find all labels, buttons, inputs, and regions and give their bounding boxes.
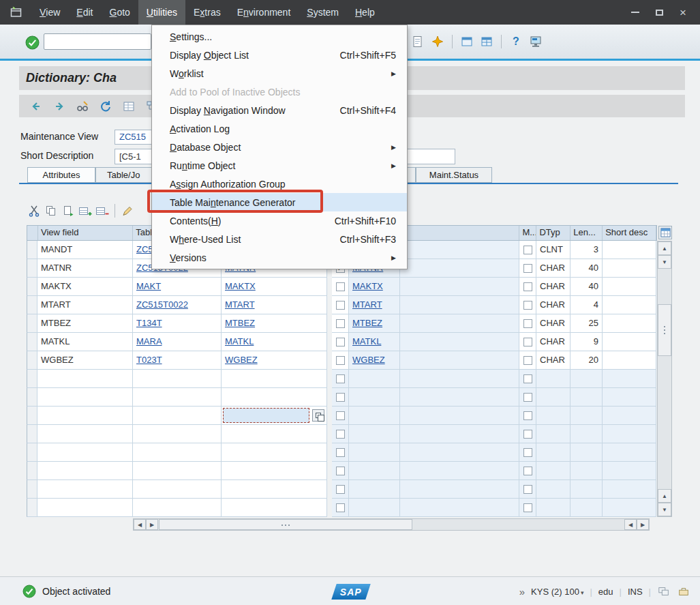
cell-field2[interactable]: MTBEZ <box>349 314 400 333</box>
cell-field2[interactable]: WGBEZ <box>349 351 400 370</box>
cell-dtyp[interactable]: CHAR <box>536 333 570 351</box>
cell-extra[interactable] <box>400 480 519 499</box>
cell-len[interactable]: 40 <box>570 259 603 278</box>
system-info[interactable]: KYS (2) 100▾ <box>531 587 583 597</box>
cell-field2[interactable]: MTART <box>349 296 400 314</box>
cell-m-checkbox[interactable] <box>519 480 536 499</box>
table-link[interactable]: MARA <box>136 336 162 346</box>
checkbox[interactable] <box>523 393 532 402</box>
cell-m-checkbox[interactable] <box>519 333 536 351</box>
checkbox[interactable] <box>336 393 345 402</box>
cell-len[interactable] <box>570 499 603 517</box>
header-len[interactable]: Len... <box>570 226 603 240</box>
checkbox[interactable] <box>336 467 345 475</box>
cell-len[interactable]: 3 <box>570 241 603 259</box>
menu-item-worklist[interactable]: Worklist▶ <box>152 64 407 83</box>
table-link[interactable]: WGBEZ <box>225 355 258 365</box>
menubar-item-view[interactable]: View <box>31 0 68 25</box>
cell-short-desc[interactable] <box>603 388 656 407</box>
tab-attributes[interactable]: Attributes <box>27 167 95 183</box>
cell-field[interactable] <box>222 407 327 425</box>
checkbox[interactable] <box>336 356 345 365</box>
row-selector[interactable] <box>27 351 37 370</box>
cell-field2[interactable]: MAKTX <box>349 278 400 296</box>
cell-dtyp[interactable]: CHAR <box>536 278 570 296</box>
table-link[interactable]: MAKT <box>136 281 161 291</box>
scroll-up-icon[interactable]: ▲ <box>658 241 671 255</box>
table-link[interactable]: MATKL <box>352 336 381 346</box>
cell-short-desc[interactable] <box>603 296 656 314</box>
row-selector[interactable] <box>27 241 37 259</box>
checkbox[interactable] <box>336 485 345 494</box>
cell-short-desc[interactable] <box>603 314 656 333</box>
cell-key-checkbox[interactable] <box>332 425 349 443</box>
copy-icon[interactable] <box>44 204 58 218</box>
cell-len[interactable]: 9 <box>570 333 603 351</box>
cell-field[interactable] <box>222 462 327 480</box>
cell-view-field[interactable]: MTBEZ <box>37 314 133 333</box>
cell-dtyp[interactable] <box>536 370 570 388</box>
cell-view-field[interactable] <box>37 462 133 480</box>
focused-cell[interactable] <box>223 408 309 423</box>
table-link[interactable]: T023T <box>136 355 162 365</box>
table-link[interactable]: MTBEZ <box>352 318 382 328</box>
cell-view-field[interactable]: MTART <box>37 296 133 314</box>
cell-key-checkbox[interactable] <box>332 296 349 314</box>
checkbox[interactable] <box>523 356 532 365</box>
cell-field[interactable] <box>222 499 327 517</box>
cell-view-field[interactable]: MATNR <box>37 259 133 278</box>
cell-short-desc[interactable] <box>603 443 656 462</box>
cell-field2[interactable]: MATKL <box>349 333 400 351</box>
cell-table[interactable] <box>133 443 222 462</box>
cell-dtyp[interactable] <box>536 480 570 499</box>
checkbox[interactable] <box>336 319 345 328</box>
table-link[interactable]: MTBEZ <box>225 318 255 328</box>
scroll-down-icon[interactable]: ▼ <box>658 255 671 269</box>
scroll-up-icon[interactable]: ▲ <box>658 489 671 503</box>
table-link[interactable]: MTART <box>225 299 255 310</box>
cell-field2[interactable] <box>349 425 400 443</box>
cell-dtyp[interactable]: CHAR <box>536 296 570 314</box>
cell-key-checkbox[interactable] <box>332 351 349 370</box>
header-short-desc[interactable]: Short desc <box>603 226 656 240</box>
cell-m-checkbox[interactable] <box>519 241 536 259</box>
cell-key-checkbox[interactable] <box>332 314 349 333</box>
row-selector[interactable] <box>27 259 37 278</box>
cell-field[interactable] <box>222 370 327 388</box>
header-dtyp[interactable]: DTyp <box>536 226 570 240</box>
generate-shortcut-icon[interactable] <box>430 34 445 49</box>
table-link[interactable]: MATKL <box>225 336 254 346</box>
command-field[interactable] <box>44 33 151 50</box>
cell-extra[interactable] <box>400 425 519 443</box>
cell-extra[interactable] <box>400 296 519 314</box>
cell-field[interactable]: WGBEZ <box>222 351 327 370</box>
cell-len[interactable] <box>570 443 603 462</box>
row-selector[interactable] <box>27 480 37 499</box>
insert-row-icon[interactable] <box>78 204 92 218</box>
menubar-item-utilities[interactable]: Utilities <box>138 0 185 25</box>
cell-view-field[interactable] <box>37 480 133 499</box>
cell-key-checkbox[interactable] <box>332 370 349 388</box>
expand-chevrons-icon[interactable]: » <box>519 586 525 597</box>
cell-key-checkbox[interactable] <box>332 462 349 480</box>
cell-m-checkbox[interactable] <box>519 425 536 443</box>
cell-m-checkbox[interactable] <box>519 443 536 462</box>
row-selector[interactable] <box>27 425 37 443</box>
table-link[interactable]: T134T <box>136 318 162 328</box>
cell-extra[interactable] <box>400 462 519 480</box>
cell-short-desc[interactable] <box>603 241 656 259</box>
cell-extra[interactable] <box>400 259 519 278</box>
minimize-button[interactable] <box>631 12 639 13</box>
close-button[interactable]: × <box>680 7 686 18</box>
menu-item-settings[interactable]: Settings... <box>152 27 407 46</box>
scroll-left-icon[interactable]: ◀ <box>134 519 146 530</box>
cell-len[interactable] <box>570 407 603 425</box>
cell-m-checkbox[interactable] <box>519 314 536 333</box>
window-grid-icon[interactable] <box>479 34 494 49</box>
menu-item-contents-h[interactable]: Contents(H)Ctrl+Shift+F10 <box>152 211 407 230</box>
window-icon[interactable] <box>459 34 474 49</box>
scroll-down-icon[interactable]: ▼ <box>658 503 671 516</box>
cell-extra[interactable] <box>400 314 519 333</box>
cell-m-checkbox[interactable] <box>519 388 536 407</box>
cell-short-desc[interactable] <box>603 370 656 388</box>
